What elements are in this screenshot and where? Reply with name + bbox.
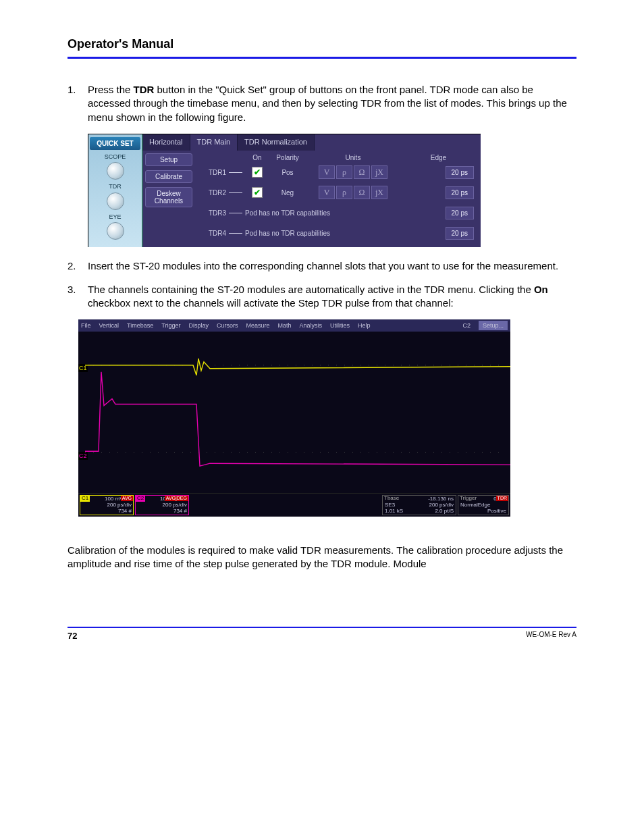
scope-menubar: File Vertical Timebase Trigger Display C…: [78, 319, 510, 332]
quickset-item[interactable]: EYE: [90, 213, 140, 240]
menu-vertical[interactable]: Vertical: [99, 321, 119, 330]
figure-quickset-tdr-menu: QUICK SET SCOPE TDR EYE Horizontal TDR M…: [88, 134, 481, 248]
step-text: Press the TDR button in the "Quick Set" …: [88, 83, 576, 124]
tbase-label: Tbase: [384, 496, 399, 502]
tdr-badge: TDR: [496, 496, 508, 501]
trigger-label: Trigger: [460, 496, 477, 502]
line-icon: [229, 172, 242, 173]
col-on: On: [245, 153, 269, 163]
c2-tag: C2: [136, 496, 145, 502]
menu-trigger[interactable]: Trigger: [161, 321, 180, 330]
tab-tdr-normalization[interactable]: TDR Normalization: [238, 134, 315, 151]
col-units: Units: [306, 153, 400, 163]
menu-measure[interactable]: Measure: [246, 321, 269, 330]
page-footer: 72 WE-OM-E Rev A: [68, 627, 576, 641]
edge-value[interactable]: 20 ps: [446, 227, 474, 240]
tdr-row: TDR4 Pod has no TDR capabilities 20 ps: [199, 223, 477, 243]
quickset-item[interactable]: TDR: [90, 182, 140, 209]
c1-tag: C1: [80, 496, 90, 502]
unit-group: V ρ Ω jX: [306, 186, 400, 199]
knob-icon[interactable]: [107, 222, 124, 240]
tab-tdr-main[interactable]: TDR Main: [190, 134, 238, 151]
quickset-item[interactable]: SCOPE: [90, 153, 140, 180]
channel-label: TDR3: [199, 209, 226, 218]
revision-label: WE-OM-E Rev A: [526, 631, 576, 641]
polarity-value[interactable]: Neg: [269, 188, 306, 198]
quickset-panel: QUICK SET SCOPE TDR EYE: [88, 134, 142, 248]
header-rule: [68, 57, 576, 59]
menu-file[interactable]: File: [81, 321, 91, 330]
step-number: 3.: [68, 283, 88, 311]
tab-horizontal[interactable]: Horizontal: [142, 134, 190, 151]
tdr-menu-panel: Horizontal TDR Main TDR Normalization Se…: [142, 134, 481, 248]
knob-icon[interactable]: [107, 162, 124, 180]
on-checkbox[interactable]: ✔: [252, 167, 263, 178]
step-number: 1.: [68, 83, 88, 124]
scope-plot-area[interactable]: C1 C2: [78, 332, 510, 494]
step-number: 2.: [68, 259, 88, 273]
unit-v-button[interactable]: V: [319, 165, 335, 179]
menu-help[interactable]: Help: [358, 321, 371, 330]
calibration-paragraph: Calibration of the modules is required t…: [68, 544, 576, 571]
footer-rule: [68, 627, 576, 628]
polarity-value[interactable]: Pos: [269, 168, 306, 178]
menu-cursors[interactable]: Cursors: [217, 321, 238, 330]
unit-v-button[interactable]: V: [319, 186, 335, 199]
c2-info-box[interactable]: C2 AVG|DEG 100 mV/div 200 ps/div 734 #: [135, 495, 189, 515]
avg-badge: AVG|DEG: [165, 496, 188, 501]
menu-utilities[interactable]: Utilities: [330, 321, 350, 330]
quickset-label: TDR: [90, 182, 140, 190]
tdr-row: TDR3 Pod has no TDR capabilities 20 ps: [199, 203, 477, 223]
channel-label: TDR1: [199, 168, 226, 178]
trigger-info-box[interactable]: Trigger TDR 0 mV Normal EdgePositive: [458, 495, 509, 515]
calibrate-button[interactable]: Calibrate: [145, 170, 192, 183]
edge-value[interactable]: 20 ps: [446, 166, 474, 180]
knob-icon[interactable]: [107, 192, 124, 210]
unit-group: V ρ Ω jX: [306, 165, 400, 179]
tdr-row: TDR2 ✔ Neg V ρ Ω jX 20 ps: [199, 182, 477, 203]
menu-analysis[interactable]: Analysis: [299, 321, 322, 330]
edge-value[interactable]: 20 ps: [446, 186, 474, 200]
no-pod-message: Pod has no TDR capabilities: [245, 209, 400, 218]
channel-label: TDR4: [199, 229, 226, 238]
on-checkbox[interactable]: ✔: [252, 187, 263, 198]
page-header-title: Operator's Manual: [68, 37, 576, 57]
quickset-label: SCOPE: [90, 153, 140, 161]
unit-jx-button[interactable]: jX: [371, 186, 387, 199]
page-number: 72: [68, 631, 77, 641]
menu-math[interactable]: Math: [277, 321, 291, 330]
tdr-row: TDR1 ✔ Pos V ρ Ω jX 20 ps: [199, 162, 477, 182]
quickset-label: EYE: [90, 213, 140, 221]
quickset-title: QUICK SET: [90, 137, 140, 151]
unit-rho-button[interactable]: ρ: [336, 165, 352, 179]
unit-rho-button[interactable]: ρ: [336, 186, 352, 199]
no-pod-message: Pod has no TDR capabilities: [245, 229, 400, 238]
figure-scope-screenshot: File Vertical Timebase Trigger Display C…: [78, 319, 510, 517]
setup-button[interactable]: Setup: [145, 153, 192, 166]
c1-info-box[interactable]: C1 AVG 100 mV/div 200 ps/div 734 #: [80, 495, 134, 515]
edge-value[interactable]: 20 ps: [446, 207, 474, 220]
col-edge: Edge: [400, 153, 477, 163]
menu-setup-button[interactable]: Setup...: [479, 321, 508, 330]
channel-label: TDR2: [199, 188, 226, 198]
scope-status-bar: C1 AVG 100 mV/div 200 ps/div 734 # C2 AV…: [78, 494, 510, 517]
unit-ohm-button[interactable]: Ω: [354, 165, 370, 179]
menu-display[interactable]: Display: [188, 321, 209, 330]
col-polarity: Polarity: [269, 153, 306, 163]
timebase-info-box[interactable]: Tbase -18.136 ns SE3200 ps/div 1.01 kS2.…: [382, 495, 456, 515]
step-text: Insert the ST-20 modules into the corres…: [88, 259, 576, 273]
avg-badge: AVG: [121, 496, 133, 501]
unit-ohm-button[interactable]: Ω: [354, 186, 370, 199]
line-icon: [229, 233, 242, 234]
tdr-tabs: Horizontal TDR Main TDR Normalization: [142, 134, 481, 151]
line-icon: [229, 192, 242, 193]
step-text: The channels containing the ST-20 module…: [88, 283, 576, 311]
menu-timebase[interactable]: Timebase: [127, 321, 153, 330]
deskew-channels-button[interactable]: Deskew Channels: [145, 187, 192, 207]
line-icon: [229, 213, 242, 213]
unit-jx-button[interactable]: jX: [371, 165, 387, 179]
menu-c2-label: C2: [462, 321, 471, 330]
